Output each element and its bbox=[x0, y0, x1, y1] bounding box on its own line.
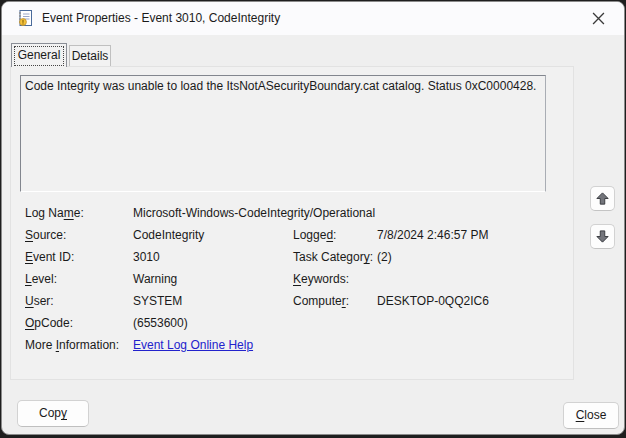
up-button[interactable] bbox=[590, 186, 615, 211]
close-icon[interactable] bbox=[578, 2, 618, 34]
source-label: Source: bbox=[25, 228, 66, 242]
event-log-online-help-link[interactable]: Event Log Online Help bbox=[133, 338, 253, 352]
logged-label: Logged: bbox=[293, 228, 336, 242]
opcode-label: OpCode: bbox=[25, 316, 73, 330]
tab-focus-rect: General bbox=[14, 46, 64, 66]
title-bar: Event Properties - Event 3010, CodeInteg… bbox=[2, 2, 624, 35]
event-log-icon bbox=[16, 9, 34, 27]
field-row: OpCode: (6553600) bbox=[25, 316, 569, 334]
copy-button[interactable]: Copy bbox=[17, 400, 89, 427]
general-tab-page: Code Integrity was unable to load the It… bbox=[10, 66, 574, 380]
more-information-label: More Information: bbox=[25, 338, 119, 352]
keywords-label: Keywords: bbox=[293, 272, 349, 286]
level-label: Level: bbox=[25, 272, 57, 286]
down-button[interactable] bbox=[590, 224, 615, 249]
up-arrow-icon bbox=[595, 191, 610, 206]
computer-value: DESKTOP-0QQ2IC6 bbox=[377, 294, 489, 308]
close-button[interactable]: Close bbox=[563, 402, 619, 429]
field-row: Event ID: 3010 Task Category: (2) bbox=[25, 250, 569, 268]
user-label: User: bbox=[25, 294, 54, 308]
event-description: Code Integrity was unable to load the It… bbox=[20, 75, 546, 192]
field-row: Level: Warning Keywords: bbox=[25, 272, 569, 290]
task-category-label: Task Category: bbox=[293, 250, 373, 264]
computer-label: Computer: bbox=[293, 294, 349, 308]
source-value: CodeIntegrity bbox=[133, 228, 204, 242]
window-title: Event Properties - Event 3010, CodeInteg… bbox=[42, 2, 280, 35]
log-name-label: Log Name: bbox=[25, 206, 84, 220]
logged-value: 7/8/2024 2:46:57 PM bbox=[377, 228, 488, 242]
log-name-value: Microsoft-Windows-CodeIntegrity/Operatio… bbox=[133, 206, 375, 220]
task-category-value: (2) bbox=[377, 250, 392, 264]
user-value: SYSTEM bbox=[133, 294, 182, 308]
event-description-text: Code Integrity was unable to load the It… bbox=[25, 79, 536, 93]
field-row: Source: CodeIntegrity Logged: 7/8/2024 2… bbox=[25, 228, 569, 246]
event-id-label: Event ID: bbox=[25, 250, 74, 264]
event-id-value: 3010 bbox=[133, 250, 160, 264]
field-row: User: SYSTEM Computer: DESKTOP-0QQ2IC6 bbox=[25, 294, 569, 312]
tab-general[interactable]: General bbox=[11, 43, 67, 67]
tab-general-label: General bbox=[18, 48, 61, 62]
tab-details-label: Details bbox=[72, 49, 109, 63]
tab-details[interactable]: Details bbox=[69, 45, 111, 66]
down-arrow-icon bbox=[595, 229, 610, 244]
more-information-row: More Information: Event Log Online Help bbox=[25, 338, 569, 356]
event-properties-dialog: Event Properties - Event 3010, CodeInteg… bbox=[1, 1, 625, 435]
level-value: Warning bbox=[133, 272, 177, 286]
opcode-value: (6553600) bbox=[133, 316, 188, 330]
field-row: Log Name: Microsoft-Windows-CodeIntegrit… bbox=[25, 206, 569, 224]
